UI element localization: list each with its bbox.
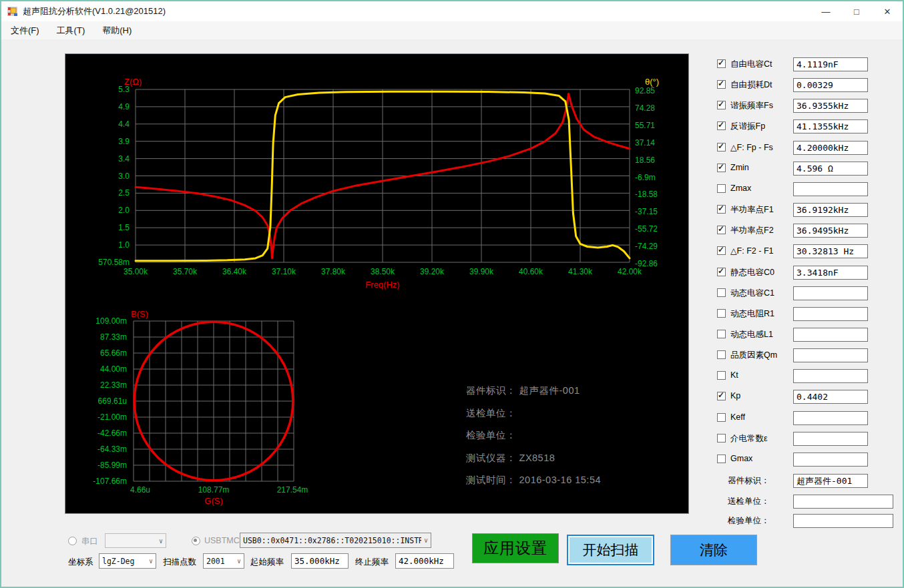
info-submitter: 送检单位： [466, 402, 601, 425]
menu-tools[interactable]: 工具(T) [49, 22, 93, 39]
info-test-time: 测试时间： 2016-03-16 15:54 [466, 469, 601, 492]
svg-text:4.66u: 4.66u [130, 485, 150, 495]
result-checkbox[interactable] [717, 80, 726, 89]
result-label: Keff [730, 412, 745, 422]
result-value-input[interactable] [793, 307, 868, 321]
result-checkbox[interactable] [717, 434, 726, 443]
stop-freq-input[interactable] [395, 553, 454, 569]
result-value-input[interactable] [793, 224, 868, 238]
sweep-points-value: 2001 [204, 557, 234, 566]
result-label: 品质因素Qm [730, 350, 777, 361]
menu-file[interactable]: 文件(F) [3, 22, 47, 39]
result-checkbox[interactable] [717, 59, 726, 68]
field-input[interactable] [793, 474, 868, 488]
result-value-input[interactable] [793, 328, 868, 342]
start-freq-input[interactable] [291, 553, 349, 569]
result-value-input[interactable] [793, 162, 868, 176]
svg-text:2.5: 2.5 [118, 188, 130, 198]
result-checkbox[interactable] [717, 288, 726, 297]
chevron-down-icon: ∨ [421, 537, 431, 544]
result-checkbox[interactable] [717, 330, 726, 338]
result-checkbox[interactable] [717, 101, 726, 109]
field-input[interactable] [793, 495, 893, 509]
coord-system-combo[interactable]: lgZ-Deg ∨ [99, 553, 156, 569]
result-value-input[interactable] [793, 141, 868, 155]
svg-text:44.00m: 44.00m [100, 364, 127, 374]
svg-text:3.0: 3.0 [118, 172, 130, 181]
field-label: 器件标识： [728, 475, 770, 487]
device-info-overlay: 器件标识： 超声器件-001 送检单位： 检验单位： 测试仪器： ZX8518 … [466, 380, 601, 492]
svg-text:217.54m: 217.54m [277, 485, 308, 495]
sweep-points-combo[interactable]: 2001 ∨ [203, 553, 244, 569]
result-checkbox[interactable] [717, 184, 726, 193]
result-checkbox[interactable] [717, 455, 726, 463]
serial-radio[interactable] [68, 537, 77, 545]
result-checkbox[interactable] [717, 205, 726, 214]
result-value-input[interactable] [793, 57, 868, 71]
result-value-input[interactable] [793, 99, 868, 113]
top-chart-grid [136, 89, 630, 262]
result-value-input[interactable] [793, 266, 868, 280]
result-value-input[interactable] [793, 119, 868, 133]
result-checkbox[interactable] [717, 413, 726, 422]
title-bar: 超声阻抗分析软件(V1.0.21@201512) — □ ✕ [1, 1, 903, 21]
result-label: 动态电容C1 [730, 288, 774, 299]
result-checkbox[interactable] [717, 164, 726, 172]
svg-text:39.90k: 39.90k [469, 267, 494, 276]
result-checkbox[interactable] [717, 121, 726, 130]
result-value-input[interactable] [793, 348, 868, 362]
svg-text:35.00k: 35.00k [124, 267, 148, 276]
svg-text:38.50k: 38.50k [371, 267, 395, 276]
field-label: 送检单位： [728, 496, 770, 507]
result-checkbox[interactable] [717, 371, 726, 380]
result-label: Kt [730, 370, 738, 380]
svg-text:65.66m: 65.66m [100, 348, 127, 358]
serial-port-combo[interactable]: ∨ [105, 533, 166, 548]
svg-text:1.5: 1.5 [118, 223, 130, 232]
result-value-input[interactable] [793, 390, 868, 404]
usbtmc-address-value: USB0::0x0471::0x2786::T020215010::INSTR [240, 536, 421, 545]
result-value-input[interactable] [793, 432, 868, 446]
result-value-input[interactable] [793, 369, 868, 383]
minimize-button[interactable]: — [811, 1, 841, 21]
start-freq-label: 起始频率 [250, 557, 284, 568]
field-input[interactable] [793, 514, 893, 528]
close-button[interactable]: ✕ [872, 1, 903, 21]
result-value-input[interactable] [793, 78, 868, 92]
clear-button[interactable]: 清除 [670, 535, 757, 565]
svg-text:109.00m: 109.00m [95, 316, 127, 326]
result-value-input[interactable] [793, 244, 868, 258]
result-checkbox[interactable] [717, 143, 726, 152]
svg-text:22.33m: 22.33m [100, 380, 127, 390]
sweep-points-label: 扫描点数 [163, 557, 196, 568]
svg-text:θ(°): θ(°) [645, 77, 659, 87]
usbtmc-radio[interactable] [192, 537, 200, 545]
result-checkbox[interactable] [717, 309, 726, 318]
menu-bar: 文件(F) 工具(T) 帮助(H) [1, 21, 903, 39]
stop-freq-label: 终止频率 [355, 557, 389, 568]
result-label: 半功率点F2 [730, 225, 774, 236]
result-checkbox[interactable] [717, 246, 726, 255]
result-checkbox[interactable] [717, 226, 726, 234]
svg-text:-64.33m: -64.33m [97, 445, 127, 454]
svg-text:-21.00m: -21.00m [97, 412, 127, 422]
result-value-input[interactable] [793, 411, 868, 425]
svg-text:18.56: 18.56 [635, 156, 655, 165]
menu-help[interactable]: 帮助(H) [94, 22, 140, 39]
result-label: Gmax [730, 454, 752, 463]
svg-text:74.28: 74.28 [635, 103, 655, 113]
result-checkbox[interactable] [717, 350, 726, 359]
result-value-input[interactable] [793, 182, 868, 196]
svg-text:Z(Ω): Z(Ω) [124, 77, 142, 87]
maximize-button[interactable]: □ [841, 1, 872, 21]
start-scan-button[interactable]: 开始扫描 [567, 535, 654, 565]
result-value-input[interactable] [793, 453, 868, 467]
result-value-input[interactable] [793, 286, 868, 300]
svg-text:-85.99m: -85.99m [97, 461, 127, 470]
result-value-input[interactable] [793, 203, 868, 217]
usbtmc-address-combo[interactable]: USB0::0x0471::0x2786::T020215010::INSTR … [240, 533, 431, 548]
apply-settings-button[interactable]: 应用设置 [472, 533, 559, 563]
result-checkbox[interactable] [717, 268, 726, 276]
info-inspector: 检验单位： [466, 424, 601, 447]
result-checkbox[interactable] [717, 392, 726, 400]
